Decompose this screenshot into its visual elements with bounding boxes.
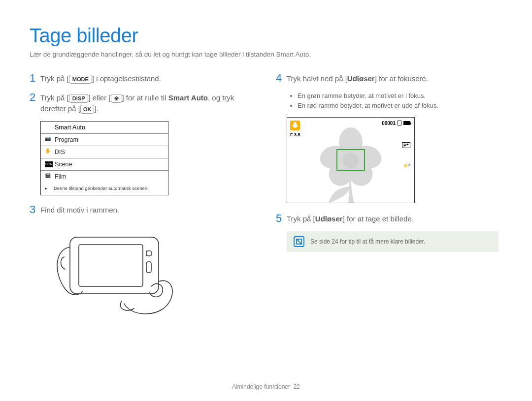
- menu-item-program: 📷 Program: [41, 134, 168, 146]
- camera-illustration: [40, 222, 188, 323]
- page-title: Tage billeder: [30, 25, 502, 47]
- mode-button-label: MODE: [69, 75, 92, 84]
- menu-label: Program: [55, 136, 78, 143]
- step-number: 2: [30, 91, 40, 103]
- text: Tryk på [: [40, 74, 69, 83]
- menu-item-dis: ✋ DIS: [41, 146, 168, 158]
- scene-icon: [290, 121, 300, 130]
- scene-icon: SCN: [45, 161, 53, 167]
- step-text: Tryk på [DISP] eller [❀] for at rulle ti…: [40, 91, 256, 114]
- bullet-red: En rød ramme betyder, at motivet er ude …: [298, 101, 502, 111]
- text: ] eller [: [88, 93, 110, 102]
- ok-button-label: OK: [80, 105, 95, 114]
- menu-label: Smart Auto: [55, 124, 85, 131]
- quality-badge: P⁺: [402, 142, 410, 148]
- smart-auto-icon: [45, 123, 52, 130]
- bullet-green: En grøn ramme betyder, at motivet er i f…: [298, 91, 502, 101]
- page-subtitle: Lær de grundlæggende handlinger, så du l…: [30, 51, 502, 58]
- step-3: 3 Find dit motiv i rammen.: [30, 203, 256, 216]
- text: ] i optagelsestilstand.: [92, 74, 161, 83]
- program-icon: 📷: [45, 136, 52, 143]
- svg-rect-3: [146, 262, 151, 273]
- menu-footer-text: ▸ Denne tilstand genkender automatisk sc…: [41, 183, 168, 195]
- flash-auto-icon: ⚡ᴬ: [402, 163, 410, 168]
- right-column: 4 Tryk halvt ned på [Udløser] for at fok…: [276, 72, 502, 323]
- text: ] for at rulle til: [122, 93, 168, 102]
- content-columns: 1 Tryk på [MODE] i optagelsestilstand. 2…: [30, 72, 502, 323]
- step-2: 2 Tryk på [DISP] eller [❀] for at rulle …: [30, 91, 256, 114]
- focus-frame: [336, 149, 365, 171]
- footer-section: Almindelige funktioner: [232, 383, 290, 390]
- note-icon: [294, 236, 304, 247]
- text: ] for at tage et billede.: [343, 215, 414, 223]
- menu-label: DIS: [55, 149, 65, 155]
- shutter-bold: Udløser: [315, 215, 343, 223]
- step-number: 1: [30, 72, 40, 84]
- step-text: Tryk på [Udløser] for at tage et billede…: [287, 212, 414, 224]
- info-icon: ▸: [45, 185, 47, 191]
- focus-bullets: En grøn ramme betyder, at motivet er i f…: [298, 91, 502, 111]
- step-5: 5 Tryk på [Udløser] for at tage et bille…: [276, 212, 502, 224]
- shutter-bold: Udløser: [347, 74, 375, 83]
- svg-rect-1: [79, 245, 143, 286]
- smart-auto-bold: Smart Auto: [168, 93, 208, 102]
- step-number: 5: [276, 212, 287, 224]
- step-text: Find dit motiv i rammen.: [40, 203, 119, 216]
- menu-item-smart-auto: Smart Auto: [41, 122, 168, 134]
- menu-item-film: 🎬 Film: [41, 171, 168, 183]
- aperture-value: F 3.5: [290, 132, 300, 137]
- footer-page-number: 22: [294, 383, 300, 390]
- card-icon: [398, 121, 401, 125]
- step-text: Tryk halvt ned på [Udløser] for at fokus…: [287, 72, 428, 84]
- text: ].: [94, 104, 98, 113]
- page-footer: Almindelige funktioner 22: [0, 383, 532, 390]
- tip-text: Se side 24 for tip til at få mere klare …: [310, 238, 425, 245]
- battery-icon: [403, 121, 410, 125]
- left-column: 1 Tryk på [MODE] i optagelsestilstand. 2…: [30, 72, 256, 323]
- svg-rect-2: [146, 251, 151, 256]
- film-icon: 🎬: [45, 173, 52, 180]
- tip-box: Se side 24 for tip til at få mere klare …: [287, 231, 499, 252]
- step-text: Tryk på [MODE] i optagelsestilstand.: [40, 72, 161, 84]
- step-1: 1 Tryk på [MODE] i optagelsestilstand.: [30, 72, 256, 84]
- step-number: 3: [30, 203, 40, 216]
- text: Tryk på [: [287, 215, 315, 223]
- text: Tryk på [: [40, 93, 69, 102]
- text: ] for at fokusere.: [375, 74, 428, 83]
- camera-screen: F 3.5 00001 P⁺ ⚡ᴬ: [287, 117, 415, 203]
- menu-label: Scene: [55, 161, 72, 168]
- svg-rect-0: [70, 237, 159, 294]
- step-number: 4: [276, 72, 287, 84]
- dis-icon: ✋: [45, 148, 52, 155]
- disp-button-label: DISP: [69, 94, 89, 103]
- step-4: 4 Tryk halvt ned på [Udløser] for at fok…: [276, 72, 502, 84]
- text: Tryk halvt ned på [: [287, 74, 347, 83]
- menu-item-scene: SCN Scene: [41, 158, 168, 171]
- text: Denne tilstand genkender automatisk scen…: [54, 185, 149, 191]
- mode-menu-illustration: Smart Auto 📷 Program ✋ DIS SCN Scene 🎬 F…: [40, 121, 168, 195]
- menu-label: Film: [55, 173, 66, 180]
- macro-button-label: ❀: [111, 94, 122, 103]
